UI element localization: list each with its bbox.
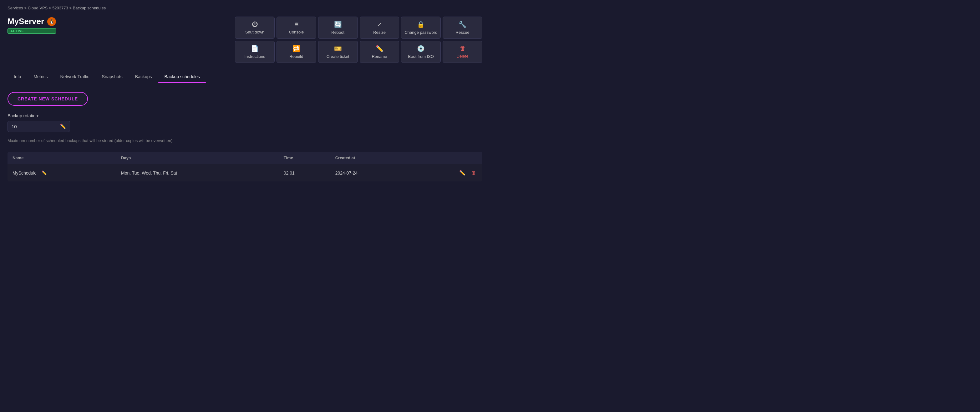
create-ticket-icon: 🎫 xyxy=(334,45,342,52)
tab-backup-schedules[interactable]: Backup schedules xyxy=(158,70,206,83)
rebuild-label: Rebuild xyxy=(290,54,303,59)
instructions-icon: 📄 xyxy=(251,45,259,52)
create-ticket-label: Create ticket xyxy=(326,54,349,59)
instructions-button[interactable]: 📄 Instructions xyxy=(235,41,275,63)
schedule-name-cell: MySchedule ✏️ xyxy=(8,164,116,182)
table-row: MySchedule ✏️ Mon, Tue, Wed, Thu, Fri, S… xyxy=(8,164,482,182)
rescue-icon: 🔧 xyxy=(458,21,466,28)
rebuild-button[interactable]: 🔁 Rebuild xyxy=(277,41,316,63)
backup-rotation-label: Backup rotation: xyxy=(8,113,482,118)
rotation-input-wrap: 10 ✏️ xyxy=(8,121,70,132)
tab-snapshots[interactable]: Snapshots xyxy=(96,70,129,83)
reboot-button[interactable]: 🔄 Reboot xyxy=(318,17,358,39)
boot-from-iso-label: Boot from ISO xyxy=(408,54,434,59)
schedule-row-actions: ✏️ 🗑 xyxy=(415,169,477,177)
tab-network-traffic[interactable]: Network Traffic xyxy=(54,70,95,83)
schedule-name-edit-icon[interactable]: ✏️ xyxy=(41,170,47,175)
resize-label: Resize xyxy=(373,30,386,35)
console-icon: 🖥 xyxy=(293,21,299,28)
schedule-time: 02:01 xyxy=(279,164,330,182)
server-info: MyServer 🐧 ACTIVE xyxy=(8,17,56,34)
action-buttons-grid: ⏻ Shut down 🖥 Console 🔄 Reboot ⤢ Resize … xyxy=(235,17,482,63)
content-area: CREATE NEW SCHEDULE Backup rotation: 10 … xyxy=(8,91,482,183)
rotation-value: 10 xyxy=(11,124,17,129)
status-badge: ACTIVE xyxy=(8,28,56,34)
schedule-actions-cell: ✏️ 🗑 xyxy=(410,164,482,182)
create-ticket-button[interactable]: 🎫 Create ticket xyxy=(318,41,358,63)
backup-hint: Maximum number of scheduled backups that… xyxy=(8,138,482,143)
col-days: Days xyxy=(116,152,279,164)
rename-icon: ✏️ xyxy=(375,45,383,52)
reboot-icon: 🔄 xyxy=(334,21,342,28)
tab-info[interactable]: Info xyxy=(8,70,27,83)
rescue-button[interactable]: 🔧 Rescue xyxy=(442,17,482,39)
col-name: Name xyxy=(8,152,116,164)
breadcrumb: Services > Cloud VPS > 5203773 > Backup … xyxy=(8,6,482,10)
shutdown-label: Shut down xyxy=(245,30,264,34)
boot-from-iso-icon: 💿 xyxy=(417,45,425,52)
schedule-delete-button[interactable]: 🗑 xyxy=(470,169,477,177)
schedule-created-at: 2024-07-24 xyxy=(330,164,410,182)
shutdown-button[interactable]: ⏻ Shut down xyxy=(235,17,275,39)
schedule-days: Mon, Tue, Wed, Thu, Fri, Sat xyxy=(116,164,279,182)
server-name: MyServer xyxy=(8,17,44,26)
boot-from-iso-button[interactable]: 💿 Boot from ISO xyxy=(401,41,441,63)
rebuild-icon: 🔁 xyxy=(293,45,300,52)
col-actions xyxy=(410,152,482,164)
table-header-row: Name Days Time Created at xyxy=(8,152,482,164)
tab-backups[interactable]: Backups xyxy=(129,70,158,83)
delete-icon: 🗑 xyxy=(460,45,466,52)
instructions-label: Instructions xyxy=(244,54,265,59)
col-created-at: Created at xyxy=(330,152,410,164)
shutdown-icon: ⏻ xyxy=(252,21,258,28)
change-password-icon: 🔒 xyxy=(417,21,425,28)
create-new-schedule-button[interactable]: CREATE NEW SCHEDULE xyxy=(8,92,88,106)
rotation-edit-icon[interactable]: ✏️ xyxy=(60,124,66,129)
breadcrumb-current: Backup schedules xyxy=(73,6,106,10)
console-label: Console xyxy=(289,30,304,34)
change-password-button[interactable]: 🔒 Change password xyxy=(401,17,441,39)
breadcrumb-cloud-vps[interactable]: Cloud VPS xyxy=(28,6,48,10)
delete-button[interactable]: 🗑 Delete xyxy=(442,41,482,63)
schedule-edit-button[interactable]: ✏️ xyxy=(458,169,467,177)
server-header: MyServer 🐧 ACTIVE ⏻ Shut down 🖥 Console … xyxy=(8,17,482,63)
breadcrumb-services[interactable]: Services xyxy=(8,6,23,10)
rescue-label: Rescue xyxy=(456,30,469,35)
schedule-name: MySchedule xyxy=(13,170,37,175)
change-password-label: Change password xyxy=(404,30,437,35)
tabs-bar: Info Metrics Network Traffic Snapshots B… xyxy=(8,70,482,83)
tab-metrics[interactable]: Metrics xyxy=(27,70,54,83)
rename-label: Rename xyxy=(372,54,387,59)
console-button[interactable]: 🖥 Console xyxy=(277,17,316,39)
resize-button[interactable]: ⤢ Resize xyxy=(360,17,399,39)
breadcrumb-server-id[interactable]: 5203773 xyxy=(52,6,68,10)
delete-label: Delete xyxy=(457,54,469,59)
resize-icon: ⤢ xyxy=(377,21,382,28)
os-icon: 🐧 xyxy=(47,17,56,26)
col-time: Time xyxy=(279,152,330,164)
rename-button[interactable]: ✏️ Rename xyxy=(360,41,399,63)
schedules-table: Name Days Time Created at MySchedule ✏️ … xyxy=(8,152,482,181)
backup-rotation-section: Backup rotation: 10 ✏️ xyxy=(8,113,482,132)
reboot-label: Reboot xyxy=(331,30,344,35)
